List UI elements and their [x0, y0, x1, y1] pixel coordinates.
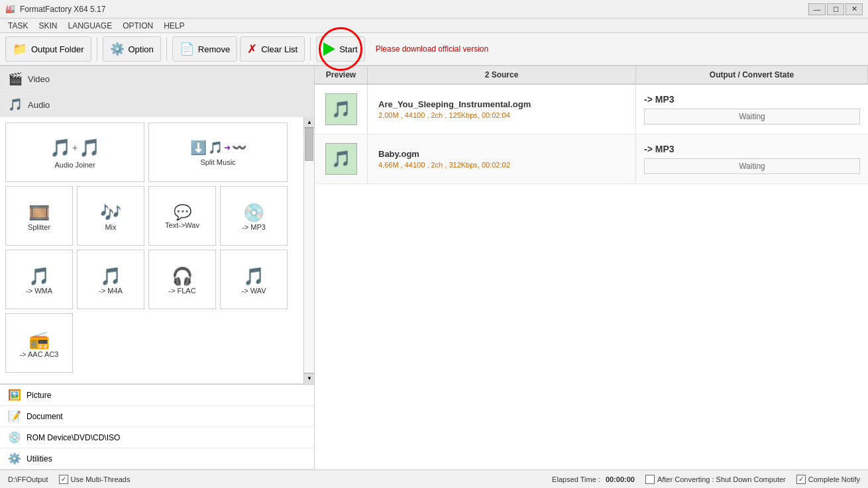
to-wav-icon: 🎵	[243, 266, 264, 287]
sidebar-item-picture[interactable]: 🖼️ Picture	[0, 385, 314, 406]
row1-preview: 🎵	[315, 85, 368, 134]
sidebar-item-to-m4a[interactable]: 🎵 -> M4A	[77, 250, 144, 309]
sidebar-item-to-wma[interactable]: 🎵 -> WMA	[5, 250, 73, 309]
menu-skin[interactable]: SKIN	[33, 20, 62, 32]
audio-joiner-label: Audio Joiner	[54, 161, 95, 169]
multithreads-checkbox[interactable]	[59, 475, 68, 484]
sidebar-item-to-mp3[interactable]: 💿 -> MP3	[220, 186, 288, 246]
th-output: Output / Convert State	[636, 66, 868, 83]
scroll-up-btn[interactable]: ▲	[304, 117, 314, 128]
to-flac-label: -> FLAC	[168, 287, 195, 295]
option-button[interactable]: ⚙️ Option	[103, 36, 161, 62]
sidebar-utilities-label: Utilities	[27, 454, 52, 464]
row2-filename: Baby.ogm	[378, 149, 625, 159]
row2-source: Baby.ogm 4.66M , 44100 , 2ch , 312Kbps, …	[368, 134, 636, 183]
sidebar-picture-label: Picture	[27, 391, 51, 400]
sidebar-section-video: 🎬 Video	[0, 66, 314, 92]
table-row[interactable]: 🎵 Are_You_Sleeping_Instrumental.ogm 2.00…	[315, 85, 868, 134]
audio-header-icon: 🎵	[8, 97, 23, 112]
to-aac-icon: 📻	[28, 330, 50, 350]
scroll-down-btn[interactable]: ▼	[304, 373, 314, 383]
output-path-label: D:\FFOutput	[8, 475, 48, 483]
elapsed-time-item: Elapsed Time : 00:00:00	[552, 475, 635, 483]
sidebar-item-to-flac[interactable]: 🎧 -> FLAC	[148, 250, 216, 309]
to-m4a-icon: 🎵	[100, 266, 121, 287]
row2-state: Waiting	[644, 158, 860, 174]
download-notice[interactable]: Please download official version	[376, 44, 489, 54]
complete-notify-checkbox[interactable]	[796, 475, 806, 484]
audio-scrollbar[interactable]: ▲ ▼	[303, 117, 314, 383]
row1-thumbnail: 🎵	[325, 93, 357, 125]
row2-meta: 4.66M , 44100 , 2ch , 312Kbps, 00:02:02	[378, 161, 625, 169]
sidebar-item-mix[interactable]: 🎶 Mix	[77, 186, 144, 246]
sidebar-video-header[interactable]: 🎬 Video	[0, 66, 314, 91]
sidebar-section-audio: 🎵 Audio 🎵 + 🎵 Audio Joiner	[0, 92, 314, 384]
start-label: Start	[339, 44, 357, 54]
sidebar-item-utilities[interactable]: ⚙️ Utilities	[0, 448, 314, 469]
sidebar-item-document[interactable]: 📝 Document	[0, 406, 314, 427]
sidebar-item-text-wav[interactable]: 💬 Text->Wav	[148, 186, 216, 246]
to-wma-icon: 🎵	[28, 266, 50, 287]
th-preview: Preview	[315, 66, 368, 83]
sidebar-item-split-music[interactable]: ⬇️ 🎵 ➜ 〰️ Split Music	[148, 122, 288, 182]
sidebar-item-splitter[interactable]: 🎞️ Splitter	[5, 186, 73, 246]
table-body: 🎵 Are_You_Sleeping_Instrumental.ogm 2.00…	[315, 85, 868, 469]
restore-button[interactable]: ◻	[827, 3, 844, 15]
menu-language[interactable]: LANGUAGE	[62, 20, 117, 32]
minimize-button[interactable]: —	[808, 3, 826, 15]
to-wav-label: -> WAV	[242, 287, 266, 295]
sidebar-rom-label: ROM Device\DVD\CD\ISO	[27, 433, 120, 442]
row2-output: -> MP3 Waiting	[636, 134, 868, 183]
to-mp3-icon: 💿	[243, 203, 264, 223]
row2-output-format: -> MP3	[644, 144, 860, 154]
toolbar-separator-2	[166, 37, 167, 61]
clear-icon: ✗	[247, 42, 257, 56]
row1-state: Waiting	[644, 109, 860, 124]
menu-task[interactable]: TASK	[3, 20, 33, 32]
sidebar-item-audio-joiner[interactable]: 🎵 + 🎵 Audio Joiner	[5, 122, 144, 182]
after-converting-checkbox[interactable]	[645, 475, 655, 484]
clear-list-label: Clear List	[261, 44, 298, 54]
audio-grid-scrollable: 🎵 + 🎵 Audio Joiner ⬇️ 🎵 ➜	[0, 117, 303, 383]
output-folder-button[interactable]: 📁 Output Folder	[5, 36, 91, 62]
text-wav-icon: 💬	[174, 204, 191, 221]
output-path-item: D:\FFOutput	[8, 475, 48, 483]
sidebar-bottom: 🖼️ Picture 📝 Document 💿 ROM Device\DVD\C…	[0, 384, 314, 469]
remove-button[interactable]: 📄 Remove	[172, 36, 237, 62]
play-icon	[323, 42, 335, 56]
picture-icon: 🖼️	[8, 389, 21, 401]
sidebar-audio-header[interactable]: 🎵 Audio	[0, 92, 314, 117]
sidebar-item-to-aac-ac3[interactable]: 📻 -> AAC AC3	[5, 313, 73, 373]
row1-meta: 2.00M , 44100 , 2ch , 125Kbps, 00:02:04	[378, 111, 625, 119]
after-converting-item[interactable]: After Converting : Shut Down Computer	[645, 475, 786, 484]
row1-source: Are_You_Sleeping_Instrumental.ogm 2.00M …	[368, 85, 636, 134]
sidebar-item-to-wav[interactable]: 🎵 -> WAV	[220, 250, 288, 309]
window-controls: — ◻ ✕	[808, 3, 863, 15]
row2-preview: 🎵	[315, 134, 368, 183]
close-button[interactable]: ✕	[845, 3, 863, 15]
to-mp3-label: -> MP3	[242, 223, 266, 231]
scroll-thumb[interactable]	[305, 128, 313, 161]
elapsed-time-value: 00:00:00	[606, 475, 635, 483]
audio-grid: 🎵 + 🎵 Audio Joiner ⬇️ 🎵 ➜	[5, 122, 288, 373]
clear-list-button[interactable]: ✗ Clear List	[240, 36, 305, 62]
sidebar-item-rom[interactable]: 💿 ROM Device\DVD\CD\ISO	[0, 427, 314, 448]
to-aac-label: -> AAC AC3	[19, 350, 58, 358]
after-converting-label: After Converting : Shut Down Computer	[657, 475, 786, 483]
table-row[interactable]: 🎵 Baby.ogm 4.66M , 44100 , 2ch , 312Kbps…	[315, 134, 868, 184]
sidebar-audio-label: Audio	[28, 100, 50, 110]
to-flac-icon: 🎧	[172, 266, 193, 287]
output-folder-label: Output Folder	[31, 44, 84, 54]
multithreads-item[interactable]: Use Multi-Threads	[59, 475, 131, 484]
menu-option[interactable]: OPTION	[117, 20, 158, 32]
utilities-icon: ⚙️	[8, 452, 21, 465]
document-icon: 📝	[8, 410, 21, 422]
start-button[interactable]: Start	[316, 36, 364, 62]
complete-notify-item[interactable]: Complete Notify	[796, 475, 860, 484]
menu-help[interactable]: HELP	[158, 20, 190, 32]
remove-icon: 📄	[180, 42, 194, 56]
split-music-label: Split Music	[200, 158, 235, 166]
complete-notify-label: Complete Notify	[808, 475, 860, 483]
toolbar: 📁 Output Folder ⚙️ Option 📄 Remove ✗ Cle…	[0, 33, 868, 66]
row1-output: -> MP3 Waiting	[636, 85, 868, 134]
